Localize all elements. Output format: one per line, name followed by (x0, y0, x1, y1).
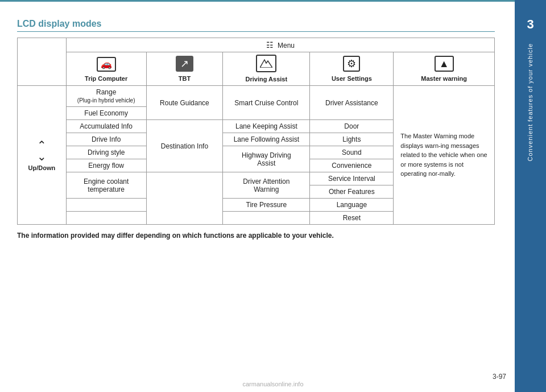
menu-icon: ☷ (266, 40, 274, 49)
content-area: LCD display modes ☷ Menu (0, 2, 512, 251)
trip-row-10 (66, 212, 146, 225)
driving-row-9: Tire Pressure (223, 199, 310, 212)
trip-row-2: Fuel Economy (66, 107, 146, 120)
section-title: LCD display modes (17, 19, 495, 32)
driving-row-5: Highway DrivingAssist (223, 146, 310, 172)
trip-row-4: Drive Info (66, 133, 146, 146)
col-header-warning: ▲ Master warning (394, 52, 495, 86)
settings-row-3: Door (310, 120, 394, 133)
driving-row-7: Driver AttentionWarning (223, 172, 310, 199)
col-header-driving: Driving Assist (223, 52, 310, 86)
settings-icon: ⚙ (313, 56, 390, 73)
page-container: LCD display modes ☷ Menu (0, 0, 546, 392)
tbt-row-7 (146, 172, 223, 225)
trip-row-3: Accumulated Info (66, 120, 146, 133)
trip-row-6: Energy flow (66, 159, 146, 172)
right-sidebar: 3 Convenient features of your vehicle (515, 0, 546, 392)
up-arrow: ⌃ (37, 139, 47, 151)
updown-label: Up/Down (21, 164, 63, 171)
driving-icon (226, 55, 306, 74)
menu-header: ☷ Menu (66, 38, 494, 52)
sidebar-number: 3 (527, 17, 533, 32)
settings-row-4: Lights (310, 133, 394, 146)
driving-row-1: Smart Cruise Control (223, 86, 310, 120)
sidebar-text: Convenient features of your vehicle (526, 43, 535, 161)
settings-row-10: Reset (310, 212, 394, 225)
lcd-modes-table: ☷ Menu 🚗 Trip Computer (17, 38, 495, 225)
col-header-settings: ⚙ User Settings (310, 52, 394, 86)
svg-marker-0 (260, 60, 272, 68)
menu-label: Menu (278, 42, 295, 49)
settings-row-7: Service Interval (310, 172, 394, 185)
driving-label: Driving Assist (246, 76, 288, 82)
tbt-label: TBT (179, 75, 191, 82)
page-number: 3-97 (493, 373, 506, 381)
tbt-row-1: Route Guidance (146, 86, 223, 120)
trip-row-9 (66, 199, 146, 212)
trip-row-7: Engine coolanttemperature (66, 172, 146, 199)
down-arrow: ⌄ (37, 151, 47, 162)
trip-label: Trip Computer (85, 75, 127, 82)
trip-icon: 🚗 (70, 56, 143, 73)
col-header-trip: 🚗 Trip Computer (66, 52, 146, 86)
settings-row-1: Driver Assistance (310, 86, 394, 120)
watermark: carmanualsonline.info (242, 381, 303, 387)
warning-icon: ▲ (397, 56, 491, 73)
trip-row-1: Range(Plug-in hybrid vehicle) (66, 86, 146, 107)
settings-row-9: Language (310, 199, 394, 212)
settings-row-5: Sound (310, 146, 394, 159)
master-warning-text-cell: The Master Warning mode displays warn-in… (394, 86, 495, 225)
col-header-tbt: ↗ TBT (146, 52, 223, 86)
driving-row-10 (223, 212, 310, 225)
tbt-icon: ↗ (150, 56, 220, 73)
footer-note: The information provided may differ depe… (17, 232, 495, 240)
master-warning-text: The Master Warning mode displays warn-in… (397, 128, 491, 182)
updown-cell: ⌃ ⌄ Up/Down (18, 86, 67, 225)
driving-row-4: Lane Following Assist (223, 133, 310, 146)
driving-row-3: Lane Keeping Assist (223, 120, 310, 133)
settings-label: User Settings (332, 75, 372, 82)
updown-arrows: ⌃ ⌄ (21, 139, 63, 162)
settings-row-8: Other Features (310, 185, 394, 199)
tbt-row-3: Destination Info (146, 120, 223, 172)
settings-row-6: Convenience (310, 159, 394, 172)
trip-row-5: Driving style (66, 146, 146, 159)
warning-label: Master warning (421, 75, 467, 82)
